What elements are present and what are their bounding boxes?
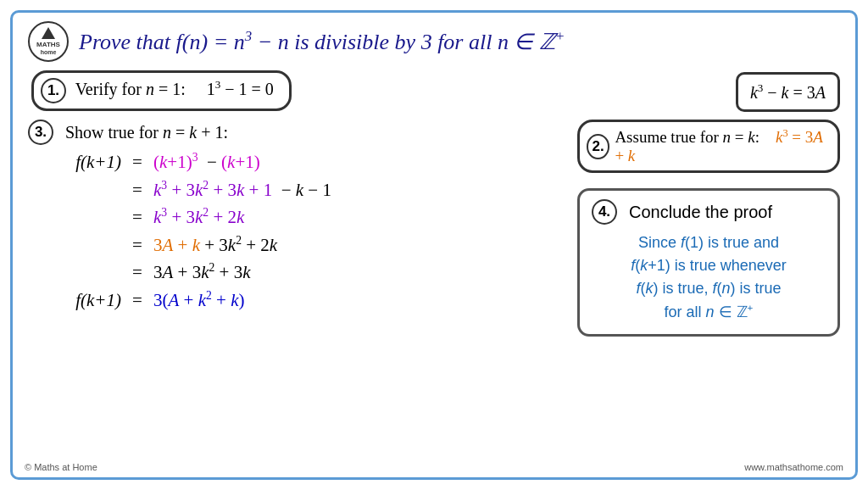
logo-maths: MATHS <box>36 41 60 49</box>
middle-row: 3. Show true for n = k + 1: f(k+1) = (k+… <box>28 120 840 337</box>
header: MATHS home Prove that f(n) = n3 − n is d… <box>28 21 840 62</box>
step4-conclusion: Since f(1) is true and f(k+1) is true wh… <box>592 231 826 324</box>
footer: © Maths at Home www.mathsathome.com <box>25 462 843 472</box>
right-col: 2. Assume true for n = k: k3 = 3A + k 4.… <box>569 120 840 337</box>
math-line-6: f(k+1) = 3(A + k2 + k) <box>45 287 552 315</box>
footer-left: © Maths at Home <box>25 462 97 472</box>
step4-title: Conclude the proof <box>629 203 772 222</box>
math-line-5: = 3A + 3k2 + 3k <box>45 259 552 287</box>
math-line-3: = k3 + 3k2 + 2k <box>45 203 552 231</box>
step4-number: 4. <box>592 199 617 225</box>
step3-text: Show true for n = k + 1: <box>65 123 228 142</box>
rhs-box: k3 − k = 3A <box>736 72 840 112</box>
math-line-4: = 3A + k + 3k2 + 2k <box>45 231 552 259</box>
step2-number: 2. <box>587 134 609 159</box>
page-title: Prove that f(n) = n3 − n is divisible by… <box>79 28 565 55</box>
math-block: f(k+1) = (k+1)3 − (k+1) = k3 + 3k2 + 3k … <box>45 148 552 314</box>
math-line-1: f(k+1) = (k+1)3 − (k+1) <box>45 148 552 176</box>
main-container: MATHS home Prove that f(n) = n3 − n is d… <box>10 10 858 480</box>
step1-box: 1. Verify for n = 1: 13 − 1 = 0 <box>31 70 292 111</box>
step3-col: 3. Show true for n = k + 1: f(k+1) = (k+… <box>28 120 552 314</box>
step3-number: 3. <box>28 120 53 145</box>
footer-right: www.mathsathome.com <box>744 462 843 472</box>
logo-home: home <box>41 49 57 56</box>
step4-header: 4. Conclude the proof <box>592 199 826 225</box>
step1-text: Verify for n = 1: 13 − 1 = 0 <box>75 80 274 98</box>
logo: MATHS home <box>28 21 69 62</box>
step2-box: 2. Assume true for n = k: k3 = 3A + k <box>577 120 840 173</box>
math-line-2: = k3 + 3k2 + 3k + 1 − k − 1 <box>45 176 552 204</box>
step2-text: Assume true for n = k: k3 = 3A + k <box>615 127 824 165</box>
step4-box: 4. Conclude the proof Since f(1) is true… <box>577 188 840 337</box>
step1-number: 1. <box>41 78 66 103</box>
